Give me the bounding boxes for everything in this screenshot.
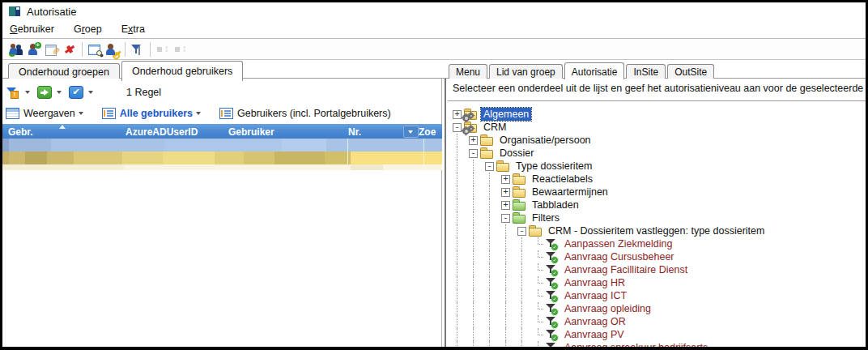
filter-check-icon: ✓ <box>545 277 559 288</box>
collapse-icon[interactable]: - <box>485 162 494 171</box>
sort-adjust-button[interactable] <box>154 41 172 58</box>
tree-guide-line <box>501 263 517 276</box>
expand-icon[interactable]: + <box>501 188 510 197</box>
grid-row-selected-redacted[interactable] <box>2 152 442 164</box>
tree-item[interactable]: ✓Aanvraag opleiding <box>453 302 866 315</box>
column-header-azureaduserid[interactable]: AzureADUserID <box>126 126 198 138</box>
toolbar-separator <box>150 42 151 57</box>
expand-icon[interactable]: + <box>501 175 510 184</box>
collapse-icon[interactable]: - <box>501 214 510 223</box>
collapse-icon[interactable]: - <box>469 149 478 158</box>
tree-guide-line <box>485 250 501 263</box>
tree-item[interactable]: ✓Aanvraag spreekuur bedrijfsarts <box>453 341 866 347</box>
tree-item-label: CRM - Dossieritem vastleggen: type dossi… <box>546 224 767 237</box>
tree-connector <box>534 276 545 289</box>
views-dropdown-caret[interactable] <box>79 112 83 115</box>
grid-row-redacted[interactable] <box>2 139 442 152</box>
active-view-icon <box>102 108 116 119</box>
views-label[interactable]: Weergaven <box>23 108 75 119</box>
tab-menu[interactable]: Menu <box>449 64 487 79</box>
add-group-button[interactable]: + <box>7 41 25 58</box>
add-user-button[interactable]: + <box>25 41 43 58</box>
divider <box>448 100 866 102</box>
tab-lid-van-groep[interactable]: Lid van groep <box>489 64 563 79</box>
forward-icon[interactable] <box>37 86 52 99</box>
view-details-button[interactable] <box>86 41 104 58</box>
tab-onderhoud-gebruikers[interactable]: Onderhoud gebruikers <box>121 61 243 81</box>
tab-autorisatie[interactable]: Autorisatie <box>564 62 625 79</box>
folder-icon <box>513 173 526 185</box>
tree-item[interactable]: +Reactielabels <box>453 173 866 186</box>
module-folder-icon <box>464 122 478 133</box>
tree-guide-line <box>469 250 485 263</box>
column-filter-button[interactable] <box>403 126 419 138</box>
delete-user-button[interactable] <box>61 41 79 58</box>
grid-header[interactable]: Gebr.AzureADUserIDGebruikerNr.Zoe <box>2 124 442 139</box>
tree-item[interactable]: -Filters <box>453 211 866 224</box>
tree-guide-line <box>453 224 469 237</box>
authorization-panel: Selecteer een onderdeel uit de lijst en … <box>448 79 866 347</box>
expand-icon[interactable]: + <box>501 201 510 210</box>
checkbox-dropdown-caret[interactable] <box>88 91 93 94</box>
tree-item[interactable]: ✓Aanvraag OR <box>453 315 866 328</box>
column-header-gebr[interactable]: Gebr. <box>8 126 33 138</box>
panel-splitter[interactable] <box>442 79 448 347</box>
filter-dropdown-caret[interactable] <box>25 91 30 94</box>
tree-guide-line <box>453 173 469 186</box>
tree-guide-line <box>453 276 469 289</box>
column-header-gebruiker[interactable]: Gebruiker <box>228 126 274 138</box>
tree-item-label: Aanvraag ICT <box>562 289 629 302</box>
active-view-label[interactable]: Alle gebruikers <box>120 108 193 119</box>
menu-extra[interactable]: Extra <box>112 21 155 35</box>
tree-guide-line <box>453 198 469 211</box>
tree-item[interactable]: -Type dossieritem <box>453 160 866 173</box>
menu-groep[interactable]: Groep <box>64 21 112 35</box>
tree-item[interactable]: ✓Aanvraag Cursusbeheer <box>453 250 866 263</box>
active-view-dropdown-caret[interactable] <box>196 112 201 115</box>
alt-view-label[interactable]: Gebruikers (incl. Portalgebruikers) <box>237 108 391 119</box>
column-header-nr[interactable]: Nr. <box>348 126 361 138</box>
authorization-description: Selecteer een onderdeel uit de lijst en … <box>453 83 866 94</box>
sort-ascending-icon <box>59 125 66 129</box>
filter-warning-icon[interactable] <box>6 86 20 99</box>
tree-guide-line <box>453 211 469 224</box>
tree-item[interactable]: ✓Aanvraag Facillitaire Dienst <box>453 263 866 276</box>
tree-item[interactable]: +Tabbladen <box>453 198 866 211</box>
tree-item[interactable]: ✓Aanvraag PV <box>453 328 866 341</box>
tab-insite[interactable]: InSite <box>626 64 666 79</box>
tree-item[interactable]: +Organisatie/persoon <box>453 134 866 147</box>
forward-dropdown-caret[interactable] <box>57 91 62 94</box>
tree-guide-line <box>485 186 501 198</box>
edit-user-button[interactable] <box>43 41 61 58</box>
sort-adjust-button[interactable] <box>172 41 189 58</box>
tree-item[interactable]: ✓Aanvraag ICT <box>453 289 866 302</box>
tree-guide-line <box>485 198 501 211</box>
grid-filter-bar: ✔ 1 Regel <box>6 84 161 100</box>
filter-lines-button[interactable] <box>129 41 147 58</box>
column-header-zoe[interactable]: Zoe <box>419 126 436 138</box>
tree-item[interactable]: ✓Aanpassen Ziekmelding <box>453 237 866 250</box>
collapse-icon[interactable]: - <box>453 123 462 132</box>
expand-icon[interactable]: + <box>469 136 478 145</box>
tree-guide-line <box>453 160 469 173</box>
authorization-tree: +Algemeen-CRM+Organisatie/persoon-Dossie… <box>448 104 866 347</box>
tree-guide-line <box>485 328 501 341</box>
collapse-icon[interactable]: - <box>517 227 526 236</box>
expand-icon[interactable]: + <box>453 110 462 119</box>
tab-onderhoud-groepen[interactable]: Onderhoud groepen <box>8 63 120 80</box>
checkbox-checked-icon[interactable]: ✔ <box>69 86 83 99</box>
tree-connector <box>534 315 545 328</box>
tree-item[interactable]: ✓Aanvraag HR <box>453 276 866 289</box>
tree-item[interactable]: +Algemeen <box>453 108 866 121</box>
tab-outsite[interactable]: OutSite <box>667 64 714 79</box>
folder-icon <box>496 160 510 172</box>
tree-item[interactable]: +Bewaartermijnen <box>453 186 866 198</box>
tree-guide-line <box>469 289 485 302</box>
tree-item[interactable]: -CRM <box>453 121 866 134</box>
menu-gebruiker[interactable]: Gebruiker <box>2 21 64 35</box>
filter-check-icon: ✓ <box>545 264 559 275</box>
tree-item[interactable]: -CRM - Dossieritem vastleggen: type doss… <box>453 224 866 237</box>
user-key-button[interactable] <box>104 41 121 58</box>
tree-guide-line <box>469 173 485 186</box>
tree-item[interactable]: -Dossier <box>453 147 866 160</box>
